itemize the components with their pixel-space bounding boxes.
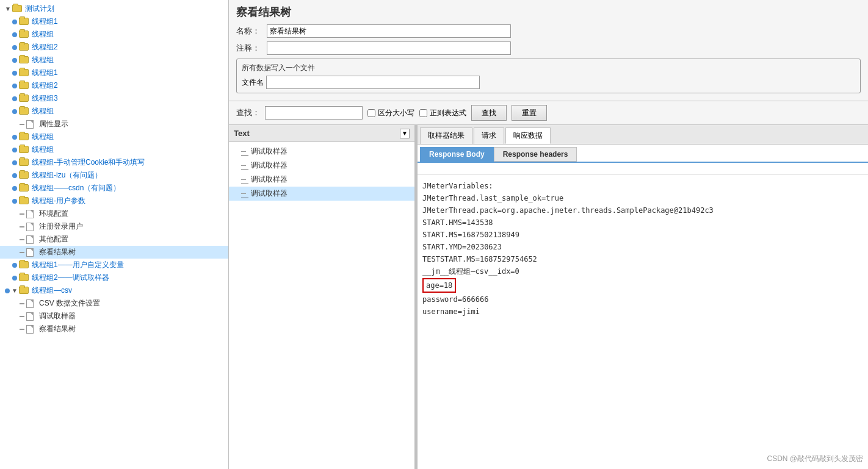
sidebar-item-f2[interactable]: 环境配置 [0,207,228,220]
sidebar-item-label: 其他配置 [39,234,68,245]
sidebar-item-tg10[interactable]: 线程组 [0,143,228,156]
dot-icon [12,276,17,281]
tree-item-root[interactable]: ▼ 测试计划 [0,2,228,15]
sidebar-item-tg1[interactable]: 线程组1 [0,15,228,28]
sidebar-item-label: 线程组-用户参数 [32,196,85,206]
file-icon [26,299,37,308]
reset-button[interactable]: 重置 [512,105,547,121]
sidebar-item-f5[interactable]: 察看结果树 [0,246,228,259]
sidebar-item-tg14[interactable]: 线程组-用户参数 [0,195,228,207]
sampler-item-3[interactable]: — 调试取样器 [229,173,414,187]
sampler-item-2[interactable]: — 调试取样器 [229,159,414,173]
dot-icon [12,84,17,88]
sampler-item-4[interactable]: — 调试取样器 [229,187,414,201]
response-line-age: age=18 [422,277,863,293]
text-panel-dropdown[interactable]: ▼ [400,129,410,138]
dash-icon [20,252,24,253]
sidebar-item-label: 察看结果树 [39,247,76,257]
tab-response-data[interactable]: 响应数据 [505,127,551,144]
sidebar-item-label: 环境配置 [39,209,68,219]
response-line-7: TESTSTART.MS=1687529754652 [422,253,863,265]
file-icon [26,325,37,334]
page-title: 察看结果树 [236,5,861,20]
tree-toggle[interactable]: ▼ [12,287,19,294]
watermark: CSDN @敲代码敲到头发茂密 [767,454,863,464]
sidebar-item-label: 察看结果树 [39,324,76,334]
sampler-bullet: — [241,151,246,152]
file-name-input[interactable] [266,76,480,89]
search-input[interactable] [265,106,363,120]
folder-icon [19,133,30,141]
case-sensitive-checkbox[interactable] [367,109,375,117]
sidebar-item-f1[interactable]: 属性显示 [0,118,228,131]
sidebar-item-f3[interactable]: 注册登录用户 [0,220,228,233]
sidebar-item-tg5[interactable]: 线程组1 [0,66,228,79]
file-icon [26,210,37,218]
response-line-1: JMeterVariables: [422,180,863,192]
sidebar-item-label: 线程组 [32,55,54,65]
sidebar-item-label: 属性显示 [39,119,68,129]
file-icon [26,248,37,257]
sidebar-item-tg16[interactable]: 线程组2——调试取样器 [0,271,228,284]
sidebar-item-tg2[interactable]: 线程组 [0,28,228,41]
folder-icon [19,107,30,116]
file-icon [26,235,37,244]
sidebar-item-tg13[interactable]: 线程组——csdn（有问题） [0,182,228,195]
file-section-title: 所有数据写入一个文件 [242,63,855,73]
sub-tab-response-headers[interactable]: Response headers [494,147,577,162]
sidebar-item-csv-f2[interactable]: 调试取样器 [0,310,228,323]
tree-toggle[interactable]: ▼ [5,5,12,12]
dot-icon [12,32,17,37]
find-button[interactable]: 查找 [471,105,507,121]
regex-label: 正则表达式 [430,108,466,118]
sidebar-item-label: 线程组1 [32,16,58,27]
file-icon [26,312,37,321]
sidebar-item-tg8[interactable]: 线程组 [0,105,228,118]
dot-icon [12,173,17,178]
sidebar-item-label: 线程组 [32,145,54,155]
sampler-item-1[interactable]: — 调试取样器 [229,145,414,159]
dash-icon [20,226,24,227]
sub-tab-response-body[interactable]: Response Body [420,147,494,162]
folder-icon [19,159,30,167]
comment-input[interactable] [267,41,511,55]
folder-icon [19,274,30,282]
sampler-bullet: — [241,193,246,194]
sidebar-item-tg3[interactable]: 线程组2 [0,41,228,54]
sidebar-item-csv-f3[interactable]: 察看结果树 [0,323,228,335]
sampler-label: 调试取样器 [251,174,288,185]
sampler-list: — 调试取样器 — 调试取样器 — 调试取样器 — 调试取样器 [229,142,414,469]
regex-checkbox[interactable] [419,109,427,117]
sidebar-item-tg7[interactable]: 线程组3 [0,92,228,105]
sidebar-item-tg6[interactable]: 线程组2 [0,79,228,92]
sidebar-item-f4[interactable]: 其他配置 [0,233,228,246]
tab-request[interactable]: 请求 [474,127,504,144]
sidebar-item-label: 线程组—csv [32,285,72,296]
dash-icon [20,329,24,330]
sidebar-item-csv-f1[interactable]: CSV 数据文件设置 [0,297,228,310]
dash-icon [20,124,24,125]
sidebar-item-csv-folder[interactable]: ▼ 线程组—csv [0,284,228,297]
name-input[interactable] [267,24,511,38]
content-area: Text ▼ — 调试取样器 — 调试取样器 — 调试取样器 [229,125,868,469]
dot-icon [12,71,17,76]
sidebar-item-tg4[interactable]: 线程组 [0,54,228,66]
sidebar-item-tg11[interactable]: 线程组-手动管理Cookie和手动填写 [0,156,228,169]
folder-icon [19,261,30,270]
sidebar-item-label: 线程组 [32,29,54,40]
dot-icon [12,263,17,268]
tab-sampler-result[interactable]: 取样器结果 [420,127,472,144]
dot-icon [12,135,17,140]
sidebar-item-label: 线程组1——用户自定义变量 [32,260,124,270]
folder-icon [19,146,30,154]
sidebar-item-tg12[interactable]: 线程组-izu（有问题） [0,169,228,182]
sidebar-item-label: 线程组3 [32,93,58,104]
sidebar-item-tg15[interactable]: 线程组1——用户自定义变量 [0,259,228,271]
sidebar-item-tg9[interactable]: 线程组 [0,131,228,143]
sidebar-item-label: 线程组——csdn（有问题） [32,183,120,193]
dash-icon [20,213,24,215]
sidebar-item-label: 线程组2 [32,42,58,52]
result-panel: 取样器结果 请求 响应数据 Response Body Response hea… [418,125,868,469]
text-panel-title: Text [234,129,400,138]
folder-icon [19,82,30,90]
